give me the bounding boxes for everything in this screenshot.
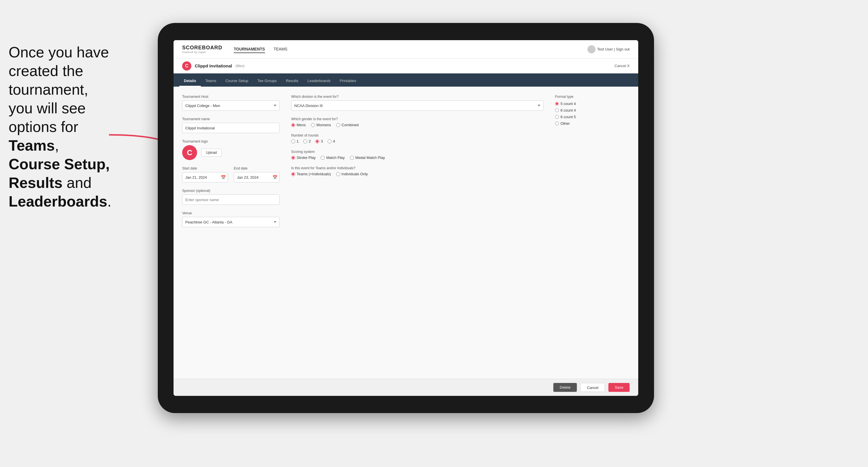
rounds-1-radio[interactable] bbox=[291, 139, 295, 144]
venue-select[interactable]: Peachtree GC - Atlanta - GA bbox=[182, 217, 280, 227]
rounds-4[interactable]: 4 bbox=[328, 139, 335, 144]
division-group: Which division is the event for? NCAA Di… bbox=[291, 95, 544, 111]
user-area: Test User | Sign out bbox=[587, 45, 630, 53]
format-5count4-radio[interactable] bbox=[555, 102, 559, 105]
teams-plus-radio[interactable] bbox=[291, 172, 295, 176]
host-select[interactable]: Clippd College - Men bbox=[182, 100, 280, 111]
format-other[interactable]: Other bbox=[555, 121, 630, 126]
rounds-3-label: 3 bbox=[321, 139, 323, 144]
sponsor-input[interactable] bbox=[182, 194, 280, 205]
format-6count4[interactable]: 6 count 4 bbox=[555, 108, 630, 113]
format-6count5-label: 6 count 5 bbox=[560, 115, 576, 119]
middle-column: Which division is the event for? NCAA Di… bbox=[291, 95, 544, 371]
individuals-only[interactable]: Individuals Only bbox=[336, 172, 368, 176]
logo-group: Tournament logo C Upload bbox=[182, 139, 280, 160]
gender-mens-radio[interactable] bbox=[291, 123, 295, 127]
rounds-3-radio[interactable] bbox=[315, 139, 319, 144]
name-label: Tournament name bbox=[182, 117, 280, 121]
individuals-only-radio[interactable] bbox=[336, 172, 340, 176]
cancel-button[interactable]: Cancel bbox=[580, 383, 605, 392]
tab-leaderboards[interactable]: Leaderboards bbox=[303, 76, 335, 87]
dates-group: Start date 📅 End date 📅 bbox=[182, 166, 280, 182]
save-button[interactable]: Save bbox=[609, 383, 630, 392]
nav-link-teams[interactable]: TEAMS bbox=[274, 45, 287, 53]
teams-group: Is this event for Teams and/or Individua… bbox=[291, 166, 544, 176]
main-content: Tournament Host Clippd College - Men Tou… bbox=[174, 87, 638, 379]
nav-links: TOURNAMENTS TEAMS bbox=[234, 45, 587, 53]
tab-bar: Details Teams Course Setup Tee Groups Re… bbox=[174, 73, 638, 87]
scoring-medal-radio[interactable] bbox=[350, 156, 354, 160]
venue-group: Venue Peachtree GC - Atlanta - GA bbox=[182, 211, 280, 227]
rounds-3[interactable]: 3 bbox=[315, 139, 323, 144]
scoring-match[interactable]: Match Play bbox=[321, 155, 344, 160]
gender-group: Which gender is the event for? Mens Wome… bbox=[291, 117, 544, 127]
format-5count4[interactable]: 5 count 4 bbox=[555, 101, 630, 106]
scoring-medal-label: Medal Match Play bbox=[355, 155, 385, 160]
user-text[interactable]: Test User | Sign out bbox=[597, 47, 630, 51]
end-date-icon: 📅 bbox=[273, 175, 277, 180]
format-6count4-label: 6 count 4 bbox=[560, 108, 576, 113]
rounds-1[interactable]: 1 bbox=[291, 139, 299, 144]
rounds-2[interactable]: 2 bbox=[303, 139, 311, 144]
scoring-stroke-radio[interactable] bbox=[291, 156, 295, 160]
format-6count5-radio[interactable] bbox=[555, 115, 559, 119]
gender-womens-label: Womens bbox=[316, 123, 331, 127]
gender-mens[interactable]: Mens bbox=[291, 123, 306, 127]
nav-link-tournaments[interactable]: TOURNAMENTS bbox=[234, 45, 265, 53]
gender-combined-radio[interactable] bbox=[336, 123, 340, 127]
scoring-label: Scoring system bbox=[291, 150, 544, 154]
host-label: Tournament Host bbox=[182, 95, 280, 99]
individuals-only-label: Individuals Only bbox=[342, 172, 368, 176]
rounds-4-radio[interactable] bbox=[328, 139, 332, 144]
rounds-group: Number of rounds 1 2 3 bbox=[291, 133, 544, 144]
format-label: Format type bbox=[555, 95, 630, 99]
tab-printables[interactable]: Printables bbox=[335, 76, 361, 87]
start-date-group: Start date 📅 bbox=[182, 166, 228, 182]
tournament-name: Clippd Invitational bbox=[195, 63, 232, 68]
name-input[interactable] bbox=[182, 123, 280, 133]
gender-womens[interactable]: Womens bbox=[311, 123, 331, 127]
format-other-radio[interactable] bbox=[555, 122, 559, 125]
tab-course-setup[interactable]: Course Setup bbox=[221, 76, 253, 87]
tournament-logo: C bbox=[182, 61, 191, 70]
division-select[interactable]: NCAA Division III bbox=[291, 100, 544, 111]
tab-tee-groups[interactable]: Tee Groups bbox=[253, 76, 281, 87]
annotation-text: Once you have created the tournament, yo… bbox=[9, 44, 111, 210]
scoring-medal[interactable]: Medal Match Play bbox=[350, 155, 385, 160]
teams-plus-individuals[interactable]: Teams (+Individuals) bbox=[291, 172, 331, 176]
rounds-2-radio[interactable] bbox=[303, 139, 307, 144]
cancel-link[interactable]: Cancel X bbox=[614, 64, 630, 68]
end-date-wrapper: 📅 bbox=[234, 172, 280, 182]
tab-results[interactable]: Results bbox=[281, 76, 303, 87]
bottom-bar: Delete Cancel Save bbox=[174, 379, 638, 396]
tablet-frame: SCOREBOARD Powered by clippd TOURNAMENTS… bbox=[158, 23, 654, 413]
gender-combined[interactable]: Combined bbox=[336, 123, 359, 127]
rounds-radio-group: 1 2 3 4 bbox=[291, 139, 544, 144]
rounds-label: Number of rounds bbox=[291, 133, 544, 137]
sponsor-label: Sponsor (optional) bbox=[182, 189, 280, 193]
scoring-match-radio[interactable] bbox=[321, 156, 325, 160]
annotation-bold-teams: Teams bbox=[9, 137, 55, 154]
annotation-bold-leaderboards: Leaderboards bbox=[9, 193, 107, 210]
logo-area: SCOREBOARD Powered by clippd bbox=[182, 45, 222, 54]
teams-label: Is this event for Teams and/or Individua… bbox=[291, 166, 544, 170]
annotation-bold-results: Results bbox=[9, 175, 63, 191]
upload-button[interactable]: Upload bbox=[201, 149, 222, 157]
delete-button[interactable]: Delete bbox=[553, 383, 577, 392]
division-label: Which division is the event for? bbox=[291, 95, 544, 99]
format-6count4-radio[interactable] bbox=[555, 108, 559, 112]
format-6count5[interactable]: 6 count 5 bbox=[555, 115, 630, 119]
tournament-tag: (Men) bbox=[236, 64, 244, 68]
venue-label: Venue bbox=[182, 211, 280, 215]
left-column: Tournament Host Clippd College - Men Tou… bbox=[182, 95, 280, 371]
annotation-bold-coursesetup: Course Setup, bbox=[9, 156, 110, 173]
scoring-stroke[interactable]: Stroke Play bbox=[291, 155, 315, 160]
start-date-wrapper: 📅 bbox=[182, 172, 228, 182]
tab-details[interactable]: Details bbox=[179, 76, 201, 87]
format-other-label: Other bbox=[560, 121, 570, 126]
tab-teams[interactable]: Teams bbox=[201, 76, 221, 87]
logo-upload-row: C Upload bbox=[182, 145, 280, 160]
scoring-match-label: Match Play bbox=[326, 155, 344, 160]
scoring-stroke-label: Stroke Play bbox=[297, 155, 315, 160]
gender-womens-radio[interactable] bbox=[311, 123, 315, 127]
